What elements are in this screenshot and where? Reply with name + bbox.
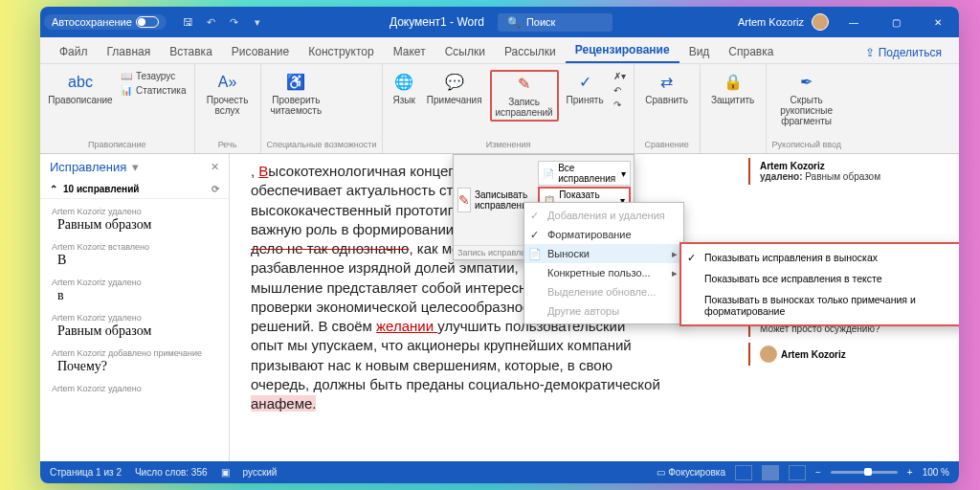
mi-balloons-comments[interactable]: Показывать в выносках только примечания … [681,289,959,322]
display-mode-select[interactable]: 📄Все исправления▾ [538,161,631,186]
prev-change-button[interactable]: ↶ [612,84,628,97]
chevron-down-icon: ▾ [621,168,626,179]
focus-mode-button[interactable]: ▭ Фокусировка [657,467,725,478]
lock-icon: 🔒 [723,72,744,93]
revisions-list: Artem Kozoriz удаленоРавным образом Arte… [40,199,229,461]
doc-icon: 📄 [543,168,554,179]
word-count[interactable]: Число слов: 356 [135,467,208,478]
page-indicator[interactable]: Страница 1 из 2 [50,467,122,478]
reject-icon: ✗▾ [613,71,626,81]
spell-status-icon[interactable]: ▣ [221,467,230,478]
group-compare-label: Сравнение [640,140,694,151]
reject-button[interactable]: ✗▾ [612,70,628,82]
tab-home[interactable]: Главная [98,40,161,63]
thesaurus-button[interactable]: 📖Тезаурус [119,70,189,82]
rev-item[interactable]: Artem Kozoriz удаленоРавным образом [40,203,229,238]
collapse-icon[interactable]: ⌃ [50,184,57,194]
rev-item[interactable]: Artem Kozoriz удалено [40,380,229,397]
compare-button[interactable]: ⇄Сравнить [640,70,694,107]
track-dd-icon[interactable]: ✎ [457,188,471,212]
check-icon: ✓ [530,210,539,222]
save-icon[interactable]: 🖫 [182,16,195,29]
rev-dropdown-icon[interactable]: ▾ [132,160,139,174]
minimize-button[interactable]: — [836,7,871,37]
accessibility-icon: ♿ [285,72,306,93]
mi-highlight: Выделение обновле... [524,282,683,301]
zoom-slider[interactable] [831,471,898,474]
refresh-icon[interactable]: ⟳ [212,184,219,194]
globe-icon: 🌐 [393,72,414,93]
tab-file[interactable]: Файл [50,40,98,63]
tab-draw[interactable]: Рисование [222,40,299,63]
show-markup-menu: ✓Добавления и удаления ✓Форматирование 📄… [523,202,684,324]
spelling-icon: abc [70,72,91,93]
undo-icon[interactable]: ↶ [205,16,218,29]
print-layout-button[interactable] [762,465,779,480]
rev-item[interactable]: Artem Kozoriz удаленов [40,274,229,309]
group-spelling-label: Правописание [46,140,189,151]
revisions-title: Исправления [50,160,126,174]
spelling-button[interactable]: abc Правописание [46,70,115,107]
prev-icon: ↶ [613,85,621,96]
accept-button[interactable]: ✓Принять [563,70,608,107]
accessibility-button[interactable]: ♿Проверить читаемость [267,70,326,118]
comment[interactable]: Artem Kozoriz [756,343,953,366]
redo-icon[interactable]: ↷ [228,16,241,29]
titlebar: Автосохранение 🖫 ↶ ↷ ▾ Документ1 - Word … [40,7,959,37]
mi-formatting[interactable]: ✓Форматирование [524,225,683,244]
read-mode-button[interactable] [735,465,752,480]
tab-help[interactable]: Справка [719,40,783,63]
document-area: , Высокотехнологичная концепция обще обе… [230,154,959,461]
tab-references[interactable]: Ссылки [435,40,495,63]
ink-button[interactable]: ✒Скрыть рукописные фрагменты [772,70,841,128]
check-icon: ✓ [530,229,539,241]
group-changes-label: Изменения [389,140,627,151]
revisions-count: 10 исправлений [63,184,139,194]
mi-balloons-revisions[interactable]: ✓Показывать исправления в выносках [681,247,959,268]
close-button[interactable]: ✕ [921,7,955,37]
track-changes-button[interactable]: ✎Запись исправлений [490,70,559,122]
search-box[interactable]: 🔍 Поиск [498,13,612,32]
close-pane-button[interactable]: ✕ [211,161,219,173]
stats-button[interactable]: 📊Статистика [119,84,189,97]
mi-inline-all[interactable]: Показывать все исправления в тексте [681,268,959,289]
balloon-icon: 📄 [528,248,542,260]
autosave-label: Автосохранение [52,16,132,28]
tab-view[interactable]: Вид [679,40,720,63]
stats-icon: 📊 [121,85,132,96]
rev-item[interactable]: Artem Kozoriz удаленоРавным образом [40,309,229,345]
rev-item[interactable]: Artem Kozoriz добавлено примечаниеПочему… [40,345,229,380]
mi-balloons[interactable]: 📄Выноски [524,244,683,263]
protect-button[interactable]: 🔒Защитить [706,70,760,107]
zoom-out-button[interactable]: − [815,467,821,478]
tab-design[interactable]: Конструктор [299,40,383,63]
next-change-button[interactable]: ↷ [612,99,628,111]
mi-users[interactable]: Конкретные пользо... [524,263,683,282]
share-button[interactable]: ⇪ Поделиться [858,42,949,63]
read-aloud-button[interactable]: A»Прочесть вслух [201,70,255,118]
zoom-level[interactable]: 100 % [923,467,949,478]
ink-icon: ✒ [796,72,817,93]
avatar[interactable] [812,13,829,31]
zoom-in-button[interactable]: + [907,467,913,478]
comments-button[interactable]: 💬Примечания [423,70,486,107]
language-button[interactable]: 🌐Язык [389,70,418,107]
autosave-toggle[interactable]: Автосохранение [44,14,167,30]
tab-mailings[interactable]: Рассылки [495,40,566,63]
check-icon: ✓ [687,252,696,263]
comment-icon: 💬 [444,72,465,93]
comment[interactable]: Artem Kozoriz удалено: Равным образом [756,158,953,185]
rev-item[interactable]: Artem Kozoriz вставленоВ [40,238,229,274]
group-protect-label [706,140,760,151]
user-name: Artem Kozoriz [738,16,804,28]
web-layout-button[interactable] [789,465,806,480]
language-indicator[interactable]: русский [243,467,278,478]
qat-dropdown-icon[interactable]: ▾ [251,16,264,29]
maximize-button[interactable]: ▢ [879,7,913,37]
tab-insert[interactable]: Вставка [160,40,222,63]
search-icon: 🔍 [507,16,521,29]
ribbon: abc Правописание 📖Тезаурус 📊Статистика П… [40,64,959,154]
tab-layout[interactable]: Макет [384,40,435,63]
mi-insertions[interactable]: ✓Добавления и удаления [524,206,683,225]
tab-review[interactable]: Рецензирование [566,38,679,63]
